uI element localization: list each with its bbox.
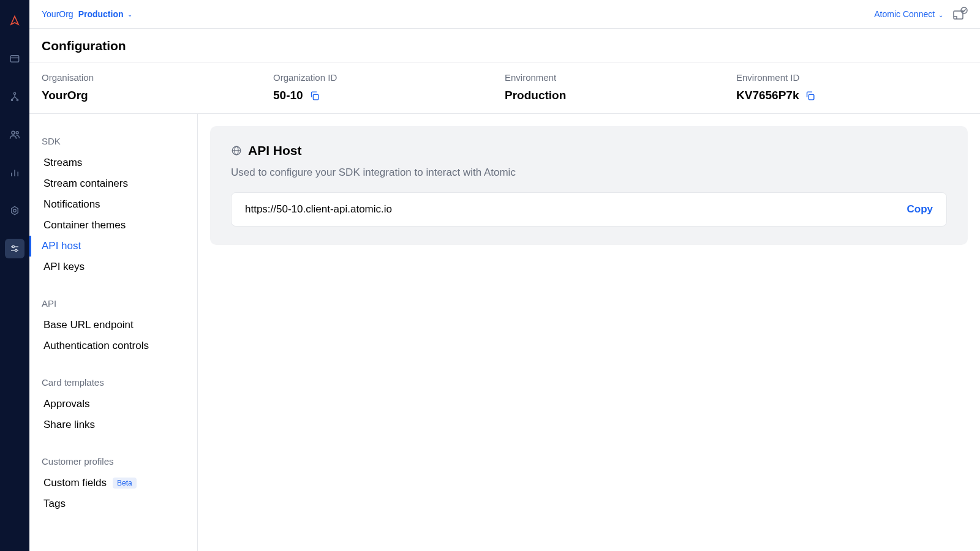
info-envid-value: KV7656P7k <box>736 89 799 102</box>
svg-point-5 <box>12 131 15 134</box>
nav-item-share-links[interactable]: Share links <box>29 414 197 435</box>
breadcrumb[interactable]: YourOrg Production ⌄ <box>42 9 132 19</box>
nav-item-api-host[interactable]: API host <box>29 236 197 257</box>
rail-customers-icon[interactable] <box>5 125 24 144</box>
card-title: API Host <box>248 143 302 158</box>
beta-badge: Beta <box>113 478 137 489</box>
svg-point-6 <box>16 132 18 134</box>
logo-icon[interactable] <box>5 11 24 31</box>
org-link[interactable]: YourOrg <box>42 9 74 19</box>
url-row: https://50-10.client-api.atomic.io Copy <box>231 192 947 227</box>
card-subtitle: Used to configure your SDK integration t… <box>231 167 947 179</box>
nav-item-api-keys[interactable]: API keys <box>29 257 197 277</box>
nav-section-sdk: SDK <box>29 131 197 152</box>
side-nav: SDK Streams Stream containers Notificati… <box>29 114 198 551</box>
rail-card-icon[interactable] <box>5 49 24 69</box>
icon-rail <box>0 0 29 551</box>
nav-item-approvals[interactable]: Approvals <box>29 394 197 414</box>
info-orgid-label: Organization ID <box>273 72 505 83</box>
api-host-url: https://50-10.client-api.atomic.io <box>245 203 392 216</box>
svg-marker-10 <box>12 206 18 215</box>
topbar: YourOrg Production ⌄ Atomic Connect ⌄ <box>29 0 980 29</box>
nav-item-notifications[interactable]: Notifications <box>29 194 197 215</box>
connect-dropdown[interactable]: Atomic Connect ⌄ <box>874 9 943 19</box>
info-orgid-value: 50-10 <box>273 89 303 102</box>
info-env-value: Production <box>505 89 736 102</box>
nav-item-custom-fields[interactable]: Custom fields Beta <box>29 473 197 493</box>
svg-point-3 <box>11 99 12 100</box>
page-title: Configuration <box>42 39 968 53</box>
nav-item-auth-controls[interactable]: Authentication controls <box>29 335 197 356</box>
svg-point-13 <box>12 246 14 247</box>
chevron-down-icon: ⌄ <box>938 12 943 18</box>
api-host-card: API Host Used to configure your SDK inte… <box>210 126 968 245</box>
svg-point-15 <box>15 249 17 251</box>
copy-icon[interactable] <box>805 91 815 101</box>
rail-analytics-icon[interactable] <box>5 163 24 182</box>
svg-point-11 <box>13 209 17 212</box>
status-icon[interactable] <box>952 6 968 22</box>
env-link[interactable]: Production <box>78 9 124 19</box>
svg-rect-18 <box>313 94 318 100</box>
content-area: API Host Used to configure your SDK inte… <box>198 114 980 551</box>
svg-point-4 <box>17 99 18 100</box>
nav-section-cards: Card templates <box>29 372 197 394</box>
info-env-label: Environment <box>505 72 736 83</box>
info-org-label: Organisation <box>42 72 273 83</box>
info-envid-label: Environment ID <box>736 72 968 83</box>
nav-item-streams[interactable]: Streams <box>29 152 197 173</box>
globe-icon <box>231 145 242 156</box>
copy-icon[interactable] <box>309 91 320 101</box>
nav-section-profiles: Customer profiles <box>29 451 197 473</box>
svg-rect-19 <box>809 94 815 100</box>
nav-item-base-url[interactable]: Base URL endpoint <box>29 315 197 335</box>
nav-item-container-themes[interactable]: Container themes <box>29 215 197 236</box>
rail-gear-icon[interactable] <box>5 201 24 220</box>
nav-item-stream-containers[interactable]: Stream containers <box>29 173 197 194</box>
nav-item-tags[interactable]: Tags <box>29 493 197 514</box>
chevron-down-icon: ⌄ <box>127 11 132 18</box>
svg-point-2 <box>13 92 15 94</box>
page-title-bar: Configuration <box>29 29 980 62</box>
nav-section-api: API <box>29 293 197 315</box>
info-org-value: YourOrg <box>42 89 273 102</box>
info-row: Organisation YourOrg Organization ID 50-… <box>29 62 980 114</box>
rail-config-icon[interactable] <box>5 239 24 258</box>
copy-button[interactable]: Copy <box>907 203 933 216</box>
svg-rect-0 <box>10 56 19 62</box>
rail-flow-icon[interactable] <box>5 87 24 107</box>
